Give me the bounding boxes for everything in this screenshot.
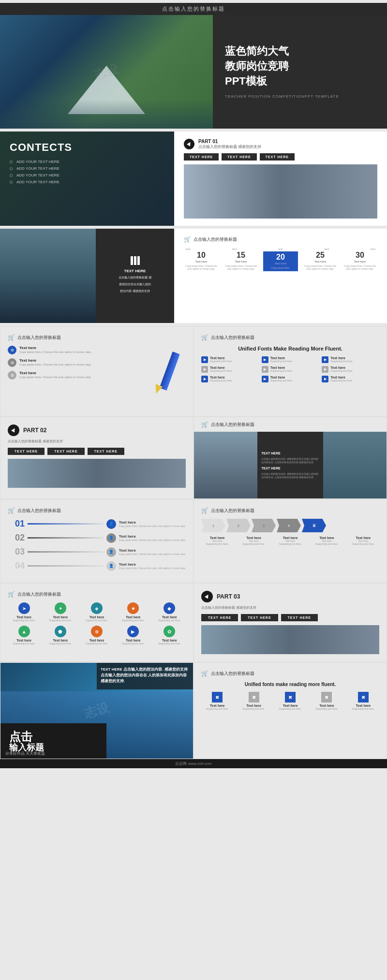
part02-tab-2[interactable]: TEXT HERE [47, 448, 84, 455]
font-item-4: ▶ Text here Supporting text here. [201, 366, 259, 373]
icon-circle-3: ◈ [91, 602, 103, 614]
section-title-10: 点击输入您的替换标题 [211, 671, 254, 677]
part03-landscape [201, 625, 379, 654]
cart-icon-4: 🛒 [8, 334, 15, 341]
section-title-8: 点击输入您的替换标题 [211, 508, 254, 514]
font-icon-2: ▶ [262, 356, 268, 363]
timeline-item-2: 15 Text here Copy paste fonts. Choose th… [223, 251, 258, 271]
slide-row-7: 🛒 点击输入您的替换标题 ➤ Text here Supporting text… [0, 583, 387, 662]
part03-slide: PART 03 点击输入您的替换标题 感谢您的支持 TEXT HERE TEXT… [194, 583, 387, 662]
section-title-6: 点击输入您的替换标题 [211, 422, 254, 428]
svg-marker-2 [205, 594, 209, 599]
arrows-slide: 🛒 点击输入您的替换标题 1 2 3 4 🖥 Text here Text he… [194, 499, 387, 583]
dark-panel: TEXT HERE 点击输入您的替换标题 感 谢您的支持点击输入您的 想法内容 … [96, 229, 174, 323]
step-item-3: 03 👤 Text here Copy paste fonts. Choose … [8, 547, 186, 557]
font-icon-1: ▶ [201, 356, 208, 363]
tab-3[interactable]: TEXT HERE [260, 153, 295, 161]
section-title-4: 点击输入您的替换标题 [17, 335, 61, 341]
step-item-1: 01 👤 Text here Copy paste fonts. Choose … [8, 519, 186, 529]
part02-title: PART 02 [23, 427, 46, 434]
part02-tab-3[interactable]: TEXT HERE [88, 448, 124, 455]
icon-item-10: ✿ Text here Supporting text here. [153, 626, 186, 645]
cliff-photo [0, 229, 96, 323]
steps-slide: 🛒 点击输入您的替换标题 01 👤 Text here Copy paste f… [0, 499, 194, 583]
gear-icon-1: ⚙ [8, 346, 16, 354]
icon-col-3: ✖ Text here Supporting text here. [274, 692, 306, 710]
font-icon-6: ▶ [322, 366, 328, 373]
icon-circle-4: ★ [127, 602, 139, 614]
part03-badge [201, 591, 213, 602]
section-title-7: 点击输入您的替换标题 [17, 508, 61, 514]
tab-1[interactable]: TEXT HERE [184, 153, 219, 161]
part01-tabs: TEXT HERE TEXT HERE TEXT HERE [184, 153, 377, 161]
menu-item-2: ADD YOUR TEXT HERE [10, 166, 164, 171]
part02-desc: 点击输入您的替换标题 感谢您的支持 [8, 439, 186, 444]
icon-col-1: ✖ Text here Supporting text here. [201, 692, 233, 710]
svg-marker-0 [187, 142, 192, 146]
icon-circle-1: ➤ [18, 602, 30, 614]
timeline-item-1: 10 Text here Copy paste fonts. Choose th… [184, 251, 219, 271]
icon-circle-7: ⬟ [55, 626, 66, 637]
section-title-3: 点击输入您的替换标题 [194, 236, 237, 243]
icon-col-4: ✖ Text here Supporting text here. [311, 692, 342, 710]
fonts-main-title: Unified Fonts Make Reading More Fluent. [201, 346, 379, 351]
cart-icon-7: 🛒 [8, 507, 15, 514]
cart-icon-5: 🛒 [201, 334, 208, 341]
dark-panel-desc1: 点击输入您的替换标题 感 [119, 276, 151, 280]
gear-icon-2: ⚙ [8, 358, 16, 367]
menu-dot-4 [10, 181, 13, 184]
icons-slide: 🛒 点击输入您的替换标题 ➤ Text here Supporting text… [0, 583, 194, 662]
step-icon-1: 👤 [106, 519, 116, 529]
icon-circle-5: ◆ [164, 602, 175, 614]
pencil-visual [147, 351, 181, 404]
arrow-3: 3 [252, 519, 276, 532]
menu-item-4: ADD YOUR TEXT HERE [10, 180, 164, 184]
arrow-1: 1 [201, 519, 225, 532]
icon-item-1: ➤ Text here Supporting text here. [8, 602, 40, 622]
icon-sq-2: ✖ [249, 692, 259, 702]
slide-contents: CONTECTS ADD YOUR TEXT HERE ADD YOUR TEX… [0, 132, 387, 226]
tab-2[interactable]: TEXT HERE [222, 153, 256, 161]
font-item-6: ▶ Text here Supporting text here. [322, 366, 379, 373]
icon-circle-8: ⊕ [91, 626, 103, 637]
arrow-5: 🖥 [302, 519, 326, 532]
footer-text: 志设网 www.zs9.com [175, 761, 211, 766]
part01-desc: 点击输入您的替换标题 感谢您的支持 [198, 144, 261, 149]
cart-icon-9: 🛒 [8, 591, 15, 598]
part02-slide: PART 02 点击输入您的替换标题 感谢您的支持 TEXT HERE TEXT… [0, 417, 194, 499]
part02-tab-1[interactable]: TEXT HERE [8, 448, 45, 455]
section-title-5: 点击输入您的替换标题 [211, 335, 254, 341]
timeline-right: 🛒 点击输入您的替换标题 text text text text text 10… [174, 229, 387, 323]
contents-left: CONTECTS ADD YOUR TEXT HERE ADD YOUR TEX… [0, 132, 174, 226]
icon-circle-9: ▶ [127, 626, 139, 637]
font-icon-9: ▶ [322, 376, 328, 382]
dark-panel-title: TEXT HERE [124, 269, 146, 273]
icon-item-6: ▲ Text here Supporting text here. [8, 626, 40, 645]
part03-tab-1[interactable]: TEXT HERE [201, 614, 238, 621]
menu-dot-2 [10, 167, 13, 170]
contents-heading: CONTECTS [10, 141, 164, 154]
icon-item-5: ◆ Text here Supporting text here. [153, 602, 186, 622]
part03-tab-2[interactable]: TEXT HERE [241, 614, 278, 621]
three-panel-slide: 🛒 点击输入您的替换标题 TEXT HERE 点击输入您的想法内容. 感谢您的支… [194, 417, 387, 499]
fonts2-slide: 🛒 点击输入您的替换标题 Unified fonts make reading … [194, 662, 387, 759]
font-icon-4: ▶ [201, 366, 208, 373]
font-item-2: ▶ Text here Supporting text here. [262, 356, 319, 363]
gear-icon-3: ⚙ [8, 371, 16, 380]
icon-sq-3: ✖ [285, 692, 296, 702]
icon-sq-1: ✖ [212, 692, 223, 702]
step-icon-4: 👤 [106, 561, 116, 571]
icon-item-9: ▶ Text here Supporting text here. [117, 626, 149, 645]
part01-icon [184, 139, 194, 149]
top-bar[interactable]: 点击输入您的替换标题 [0, 3, 387, 15]
arrows-row: 1 2 3 4 🖥 [201, 519, 379, 532]
icon-item-3: ◈ Text here Supporting text here. [80, 602, 113, 622]
small-info-panel: TEXT HERE 点击输入您的想法内容. 感谢您的支持点击输入您的想法内容在在… [97, 663, 193, 689]
arrow-item-1: Text here Text here Supporting text here… [201, 536, 233, 545]
big-click-text: 点击 [9, 731, 98, 743]
part03-tab-3[interactable]: TEXT HERE [281, 614, 318, 621]
slide-row-8: 点击 输入标题 TEXT HERE 点击输入您的想法内容. 感谢您的支持点击输入… [0, 662, 387, 759]
icon-item-7: ⬟ Text here Supporting text here. [44, 626, 76, 645]
icon-item-2: ✦ Text here Supporting text here. [44, 602, 76, 622]
timeline-item-5: 30 Text here Copy paste fonts. Choose th… [342, 251, 377, 271]
